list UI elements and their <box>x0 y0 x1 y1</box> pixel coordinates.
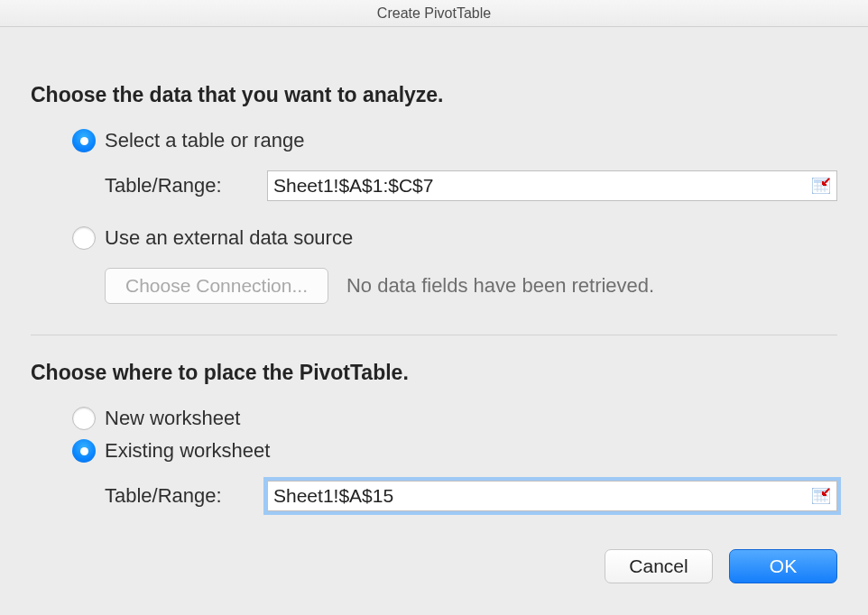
radio-icon <box>72 439 96 463</box>
radio-icon <box>72 407 96 430</box>
connection-status-text: No data fields have been retrieved. <box>346 274 654 298</box>
radio-select-table-range[interactable]: Select a table or range <box>72 129 837 152</box>
source-table-range-label: Table/Range: <box>105 174 267 197</box>
section-place-title: Choose where to place the PivotTable. <box>31 361 837 385</box>
dest-table-range-label: Table/Range: <box>105 484 267 508</box>
section-analyze-title: Choose the data that you want to analyze… <box>31 83 837 107</box>
window-title: Create PivotTable <box>0 0 868 27</box>
section-divider <box>31 335 837 335</box>
radio-external-data-source[interactable]: Use an external data source <box>72 226 837 250</box>
radio-label: Use an external data source <box>105 226 353 250</box>
choose-connection-button: Choose Connection... <box>105 268 328 304</box>
radio-label: New worksheet <box>105 407 240 430</box>
radio-new-worksheet[interactable]: New worksheet <box>72 407 837 430</box>
radio-label: Select a table or range <box>105 129 304 152</box>
cancel-button[interactable]: Cancel <box>605 549 713 583</box>
source-table-range-input[interactable] <box>268 172 811 199</box>
dest-table-range-input[interactable] <box>268 482 811 509</box>
ok-button[interactable]: OK <box>729 549 837 583</box>
collapse-dialog-icon[interactable] <box>811 176 831 196</box>
collapse-dialog-icon[interactable] <box>811 486 831 506</box>
radio-existing-worksheet[interactable]: Existing worksheet <box>72 439 837 463</box>
radio-label: Existing worksheet <box>105 439 270 463</box>
source-table-range-input-wrap[interactable] <box>267 170 837 201</box>
radio-icon <box>72 129 96 152</box>
radio-icon <box>72 226 96 250</box>
dest-table-range-input-wrap[interactable] <box>267 481 837 511</box>
